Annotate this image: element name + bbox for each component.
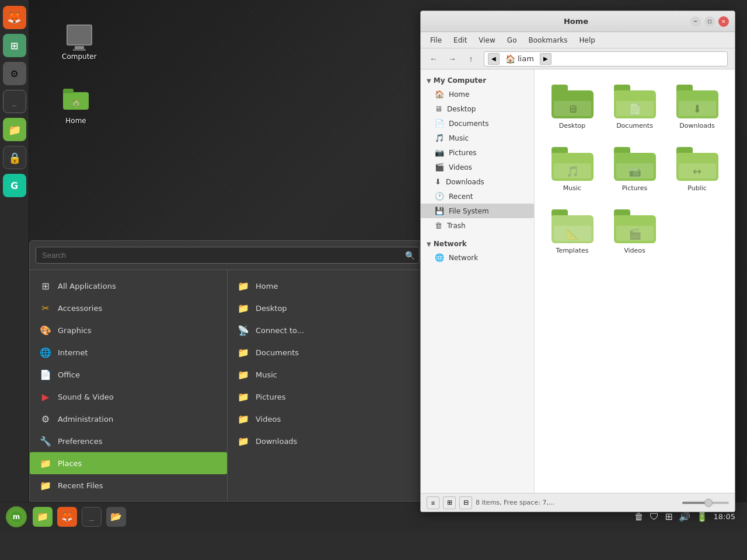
nav-desktop[interactable]: 🖥 Desktop <box>421 102 534 116</box>
desktop-icon-home[interactable]: 🏠 Home <box>58 82 93 128</box>
menu-item-graphics[interactable]: 🎨 Graphics <box>30 319 227 341</box>
window-close-btn[interactable] <box>718 16 729 27</box>
sidebar-grammarly-btn[interactable]: G <box>3 174 26 197</box>
nav-videos[interactable]: 🎬 Videos <box>421 160 534 174</box>
section-my-computer[interactable]: ▼ My Computer <box>421 74 534 87</box>
sidebar-terminal-btn[interactable]: _ <box>3 90 26 113</box>
svg-text:m: m <box>13 513 20 521</box>
statusbar-btn1[interactable]: ≡ <box>427 496 439 509</box>
file-public-label: Public <box>687 184 707 192</box>
forward-btn[interactable]: → <box>444 51 460 67</box>
file-item-pictures[interactable]: 📷 Pictures <box>606 141 663 198</box>
file-item-public[interactable]: ↔ Public <box>669 141 725 198</box>
sidebar-launcher-btn[interactable]: ⊞ <box>3 34 26 57</box>
menu-view[interactable]: View <box>474 35 500 46</box>
right-videos-icon: 📁 <box>237 412 250 425</box>
location-next-btn[interactable]: ▶ <box>540 53 551 65</box>
right-downloads-icon: 📁 <box>237 435 250 447</box>
nav-pictures[interactable]: 📷 Pictures <box>421 145 534 160</box>
menu-right-home[interactable]: 📁 Home <box>228 275 425 297</box>
desktop-icon-computer[interactable]: Computer <box>58 18 100 64</box>
right-documents-icon: 📁 <box>237 346 250 359</box>
menu-item-office[interactable]: 📄 Office <box>30 363 227 386</box>
file-item-videos[interactable]: 🎬 Videos <box>606 204 663 260</box>
up-btn[interactable]: ↑ <box>463 51 479 67</box>
sidebar-files-btn[interactable]: 📁 <box>3 118 26 141</box>
statusbar-btn3[interactable]: ⊟ <box>459 496 472 509</box>
sidebar-firefox-btn[interactable]: 🦊 <box>3 6 26 29</box>
menu-file[interactable]: File <box>425 35 446 46</box>
menu-right-music[interactable]: 📁 Music <box>228 363 425 386</box>
sidebar-lock-btn[interactable]: 🔒 <box>3 146 26 169</box>
sound-video-label: Sound & Video <box>58 393 114 401</box>
nav-music[interactable]: 🎵 Music <box>421 131 534 145</box>
taskbar-firefox-icon[interactable]: 🦊 <box>57 507 77 527</box>
nav-filesystem[interactable]: 💾 File System <box>421 204 534 218</box>
mint-logo-icon: m <box>10 510 23 523</box>
search-input[interactable] <box>36 247 420 264</box>
taskbar-filemanager-icon[interactable]: 📂 <box>106 507 126 527</box>
menu-right-documents[interactable]: 📁 Documents <box>228 341 425 363</box>
menu-help[interactable]: Help <box>575 35 600 46</box>
menu-bookmarks[interactable]: Bookmarks <box>523 35 572 46</box>
nav-downloads-icon: ⬇ <box>435 177 441 186</box>
menu-item-administration[interactable]: ⚙ Administration <box>30 408 227 430</box>
folder-videos-icon: 🎬 <box>614 209 656 243</box>
file-item-music[interactable]: 🎵 Music <box>544 141 601 198</box>
menu-edit[interactable]: Edit <box>449 35 472 46</box>
back-btn[interactable]: ← <box>425 51 442 67</box>
statusbar-btn2[interactable]: ⊞ <box>443 496 456 509</box>
folder-music-icon: 🎵 <box>551 147 594 181</box>
file-item-desktop[interactable]: 🖥 Desktop <box>544 79 601 135</box>
zoom-slider[interactable] <box>682 502 729 504</box>
right-videos-label: Videos <box>256 415 281 424</box>
menu-right-connect[interactable]: 📡 Connect to... <box>228 319 425 341</box>
menu-item-internet[interactable]: 🌐 Internet <box>30 341 227 363</box>
taskbar-volume-icon[interactable]: 🔊 <box>679 511 690 522</box>
sidebar-settings-btn[interactable]: ⚙ <box>3 62 26 85</box>
window-title: Home <box>462 17 690 26</box>
mint-logo-btn[interactable]: m <box>6 506 27 527</box>
menu-right-pictures[interactable]: 📁 Pictures <box>228 386 425 408</box>
all-apps-label: All Applications <box>58 282 116 290</box>
nav-network[interactable]: 🌐 Network <box>421 250 534 265</box>
taskbar-left: m 📁 🦊 _ 📂 <box>6 506 126 527</box>
taskbar-terminal-icon[interactable]: _ <box>82 507 102 527</box>
menu-item-sound-video[interactable]: ▶ Sound & Video <box>30 386 227 408</box>
search-icon[interactable]: 🔍 <box>405 251 415 260</box>
nav-downloads[interactable]: ⬇ Downloads <box>421 174 534 189</box>
menu-right-videos[interactable]: 📁 Videos <box>228 408 425 430</box>
computer-icon <box>65 21 93 49</box>
menu-right-desktop[interactable]: 📁 Desktop <box>228 297 425 319</box>
taskbar-files-icon[interactable]: 📁 <box>33 507 53 527</box>
taskbar-time: 18:05 <box>714 512 735 521</box>
file-pictures-label: Pictures <box>622 184 648 192</box>
menu-item-accessories[interactable]: ✂ Accessories <box>30 297 227 319</box>
section-network[interactable]: ▼ Network <box>421 237 534 250</box>
menu-item-recent-files[interactable]: 📁 Recent Files <box>30 474 227 496</box>
menu-right-downloads[interactable]: 📁 Downloads <box>228 430 425 452</box>
folder-downloads-icon: ⬇ <box>676 85 718 118</box>
right-pictures-icon: 📁 <box>237 390 250 403</box>
nav-documents[interactable]: 📄 Documents <box>421 116 534 131</box>
menu-go[interactable]: Go <box>502 35 522 46</box>
location-label: 🏠 liam <box>502 54 537 64</box>
nav-home[interactable]: 🏠 Home <box>421 87 534 102</box>
nav-recent[interactable]: 🕐 Recent <box>421 189 534 204</box>
folder-documents-icon: 📄 <box>614 85 656 118</box>
folder-public-icon: ↔ <box>676 147 718 181</box>
network-arrow-icon: ▼ <box>427 241 431 247</box>
right-music-label: Music <box>256 370 277 379</box>
menu-item-all-apps[interactable]: ⊞ All Applications <box>30 275 227 297</box>
file-item-templates[interactable]: 📐 Templates <box>544 204 601 260</box>
right-home-label: Home <box>256 282 278 290</box>
file-item-documents[interactable]: 📄 Documents <box>606 79 663 135</box>
file-item-downloads[interactable]: ⬇ Downloads <box>669 79 725 135</box>
location-prev-btn[interactable]: ◀ <box>488 53 500 65</box>
nav-trash[interactable]: 🗑 Trash <box>421 218 534 233</box>
window-minimize-btn[interactable]: − <box>690 16 701 27</box>
menu-item-places[interactable]: 📁 Places <box>30 452 227 474</box>
window-maximize-btn[interactable]: □ <box>704 16 715 27</box>
right-music-icon: 📁 <box>237 368 250 381</box>
menu-item-preferences[interactable]: 🔧 Preferences <box>30 430 227 452</box>
